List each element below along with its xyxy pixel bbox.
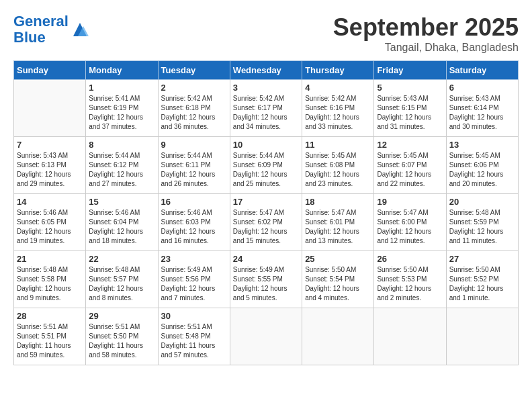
day-number: 12 [377, 140, 443, 150]
calendar-subtitle: Tangail, Dhaka, Bangladesh [333, 42, 519, 54]
calendar-cell: 4Sunrise: 5:42 AM Sunset: 6:16 PM Daylig… [302, 80, 374, 137]
column-header-tuesday: Tuesday [158, 61, 230, 80]
calendar-cell: 23Sunrise: 5:49 AM Sunset: 5:56 PM Dayli… [158, 251, 230, 308]
day-info: Sunrise: 5:41 AM Sunset: 6:19 PM Dayligh… [89, 94, 154, 132]
day-info: Sunrise: 5:48 AM Sunset: 5:57 PM Dayligh… [89, 265, 154, 303]
calendar-cell: 26Sunrise: 5:50 AM Sunset: 5:53 PM Dayli… [374, 251, 446, 308]
calendar-cell: 19Sunrise: 5:47 AM Sunset: 6:00 PM Dayli… [374, 194, 446, 251]
calendar-cell [14, 80, 86, 137]
calendar-week-row: 1Sunrise: 5:41 AM Sunset: 6:19 PM Daylig… [14, 80, 519, 137]
calendar-table: SundayMondayTuesdayWednesdayThursdayFrid… [13, 60, 519, 365]
calendar-cell: 5Sunrise: 5:43 AM Sunset: 6:15 PM Daylig… [374, 80, 446, 137]
day-number: 24 [233, 254, 299, 264]
column-header-wednesday: Wednesday [230, 61, 302, 80]
day-number: 26 [377, 254, 443, 264]
calendar-cell: 22Sunrise: 5:48 AM Sunset: 5:57 PM Dayli… [86, 251, 158, 308]
calendar-cell: 24Sunrise: 5:49 AM Sunset: 5:55 PM Dayli… [230, 251, 302, 308]
day-number: 21 [17, 254, 83, 264]
day-info: Sunrise: 5:46 AM Sunset: 6:03 PM Dayligh… [161, 208, 227, 246]
calendar-cell: 14Sunrise: 5:46 AM Sunset: 6:05 PM Dayli… [14, 194, 86, 251]
day-info: Sunrise: 5:43 AM Sunset: 6:15 PM Dayligh… [377, 94, 443, 132]
column-header-monday: Monday [86, 61, 158, 80]
calendar-cell: 15Sunrise: 5:46 AM Sunset: 6:04 PM Dayli… [86, 194, 158, 251]
calendar-cell [230, 308, 302, 365]
calendar-cell: 27Sunrise: 5:50 AM Sunset: 5:52 PM Dayli… [446, 251, 518, 308]
day-info: Sunrise: 5:50 AM Sunset: 5:52 PM Dayligh… [449, 265, 515, 303]
day-number: 20 [449, 197, 515, 207]
title-section: September 2025 Tangail, Dhaka, Banglades… [333, 13, 519, 54]
calendar-cell: 2Sunrise: 5:42 AM Sunset: 6:18 PM Daylig… [158, 80, 230, 137]
calendar-cell: 29Sunrise: 5:51 AM Sunset: 5:50 PM Dayli… [86, 308, 158, 365]
day-info: Sunrise: 5:51 AM Sunset: 5:50 PM Dayligh… [89, 322, 154, 360]
calendar-cell [446, 308, 518, 365]
calendar-cell: 8Sunrise: 5:44 AM Sunset: 6:12 PM Daylig… [86, 137, 158, 194]
calendar-cell: 12Sunrise: 5:45 AM Sunset: 6:07 PM Dayli… [374, 137, 446, 194]
day-number: 8 [89, 140, 154, 150]
calendar-cell: 21Sunrise: 5:48 AM Sunset: 5:58 PM Dayli… [14, 251, 86, 308]
day-number: 29 [89, 311, 154, 321]
day-number: 18 [305, 197, 371, 207]
day-number: 5 [377, 83, 443, 93]
logo-blue: Blue [13, 29, 46, 46]
calendar-cell: 1Sunrise: 5:41 AM Sunset: 6:19 PM Daylig… [86, 80, 158, 137]
calendar-cell: 18Sunrise: 5:47 AM Sunset: 6:01 PM Dayli… [302, 194, 374, 251]
column-header-friday: Friday [374, 61, 446, 80]
calendar-cell [374, 308, 446, 365]
day-number: 4 [305, 83, 371, 93]
day-info: Sunrise: 5:44 AM Sunset: 6:12 PM Dayligh… [89, 151, 154, 189]
calendar-title: September 2025 [333, 13, 519, 42]
logo-general: General [13, 13, 69, 30]
day-number: 6 [449, 83, 515, 93]
column-header-sunday: Sunday [14, 61, 86, 80]
day-info: Sunrise: 5:48 AM Sunset: 5:59 PM Dayligh… [449, 208, 515, 246]
day-number: 1 [89, 83, 154, 93]
column-header-thursday: Thursday [302, 61, 374, 80]
day-info: Sunrise: 5:45 AM Sunset: 6:08 PM Dayligh… [305, 151, 371, 189]
day-number: 28 [17, 311, 83, 321]
day-info: Sunrise: 5:49 AM Sunset: 5:56 PM Dayligh… [161, 265, 227, 303]
day-info: Sunrise: 5:47 AM Sunset: 6:02 PM Dayligh… [233, 208, 299, 246]
day-number: 27 [449, 254, 515, 264]
calendar-cell: 9Sunrise: 5:44 AM Sunset: 6:11 PM Daylig… [158, 137, 230, 194]
calendar-cell: 16Sunrise: 5:46 AM Sunset: 6:03 PM Dayli… [158, 194, 230, 251]
day-number: 23 [161, 254, 227, 264]
day-info: Sunrise: 5:45 AM Sunset: 6:07 PM Dayligh… [377, 151, 443, 189]
calendar-cell: 11Sunrise: 5:45 AM Sunset: 6:08 PM Dayli… [302, 137, 374, 194]
day-number: 11 [305, 140, 371, 150]
day-info: Sunrise: 5:43 AM Sunset: 6:14 PM Dayligh… [449, 94, 515, 132]
day-info: Sunrise: 5:51 AM Sunset: 5:51 PM Dayligh… [17, 322, 83, 360]
day-number: 17 [233, 197, 299, 207]
day-info: Sunrise: 5:42 AM Sunset: 6:16 PM Dayligh… [305, 94, 371, 132]
calendar-cell: 13Sunrise: 5:45 AM Sunset: 6:06 PM Dayli… [446, 137, 518, 194]
day-number: 25 [305, 254, 371, 264]
day-info: Sunrise: 5:48 AM Sunset: 5:58 PM Dayligh… [17, 265, 83, 303]
day-number: 30 [161, 311, 227, 321]
day-number: 22 [89, 254, 154, 264]
day-info: Sunrise: 5:47 AM Sunset: 6:00 PM Dayligh… [377, 208, 443, 246]
day-info: Sunrise: 5:50 AM Sunset: 5:54 PM Dayligh… [305, 265, 371, 303]
day-info: Sunrise: 5:44 AM Sunset: 6:11 PM Dayligh… [161, 151, 227, 189]
day-number: 15 [89, 197, 154, 207]
day-number: 7 [17, 140, 83, 150]
calendar-cell: 6Sunrise: 5:43 AM Sunset: 6:14 PM Daylig… [446, 80, 518, 137]
day-number: 3 [233, 83, 299, 93]
day-number: 13 [449, 140, 515, 150]
calendar-cell: 7Sunrise: 5:43 AM Sunset: 6:13 PM Daylig… [14, 137, 86, 194]
day-number: 10 [233, 140, 299, 150]
day-info: Sunrise: 5:50 AM Sunset: 5:53 PM Dayligh… [377, 265, 443, 303]
calendar-week-row: 28Sunrise: 5:51 AM Sunset: 5:51 PM Dayli… [14, 308, 519, 365]
calendar-cell: 20Sunrise: 5:48 AM Sunset: 5:59 PM Dayli… [446, 194, 518, 251]
day-number: 16 [161, 197, 227, 207]
calendar-cell [302, 308, 374, 365]
calendar-week-row: 14Sunrise: 5:46 AM Sunset: 6:05 PM Dayli… [14, 194, 519, 251]
day-info: Sunrise: 5:42 AM Sunset: 6:18 PM Dayligh… [161, 94, 227, 132]
calendar-cell: 3Sunrise: 5:42 AM Sunset: 6:17 PM Daylig… [230, 80, 302, 137]
calendar-cell: 17Sunrise: 5:47 AM Sunset: 6:02 PM Dayli… [230, 194, 302, 251]
calendar-week-row: 21Sunrise: 5:48 AM Sunset: 5:58 PM Dayli… [14, 251, 519, 308]
day-info: Sunrise: 5:46 AM Sunset: 6:04 PM Dayligh… [89, 208, 154, 246]
logo-icon [70, 19, 90, 40]
calendar-header-row: SundayMondayTuesdayWednesdayThursdayFrid… [14, 61, 519, 80]
day-info: Sunrise: 5:44 AM Sunset: 6:09 PM Dayligh… [233, 151, 299, 189]
day-number: 14 [17, 197, 83, 207]
day-info: Sunrise: 5:49 AM Sunset: 5:55 PM Dayligh… [233, 265, 299, 303]
